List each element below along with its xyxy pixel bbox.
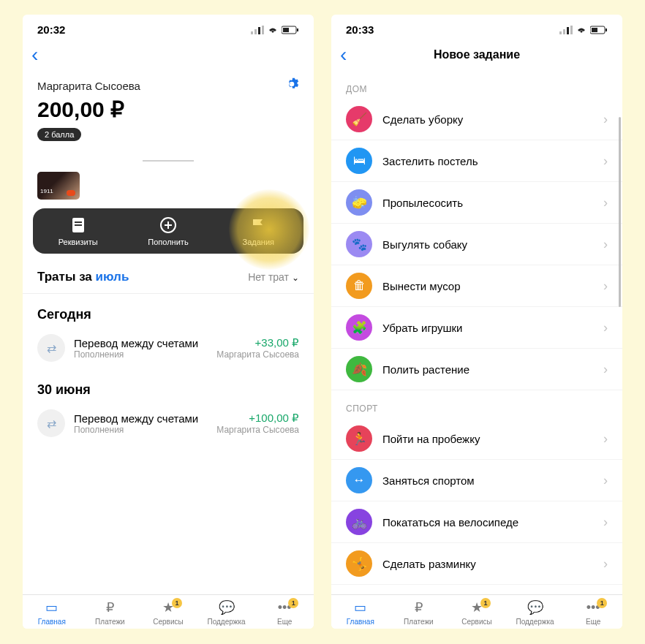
svg-rect-5 — [283, 28, 289, 32]
tasks-label: Задания — [243, 238, 274, 246]
svg-rect-17 — [606, 29, 607, 31]
task-row[interactable]: 🏃Пойти на пробежку› — [331, 418, 622, 460]
spending-label: Траты за июль — [37, 270, 129, 284]
task-icon: 🧹 — [346, 106, 372, 132]
chevron-right-icon: › — [603, 279, 608, 294]
task-row[interactable]: 🍂Полить растение› — [331, 349, 622, 390]
transaction-row[interactable]: ⇄ Перевод между счетами Пополнения +33,0… — [23, 327, 314, 369]
badge-count: 1 — [288, 598, 298, 608]
battery-icon — [590, 26, 608, 34]
plus-circle-icon — [160, 217, 176, 233]
task-row[interactable]: 🧹Сделать уборку› — [331, 99, 622, 140]
task-label: Выгулять собаку — [382, 238, 593, 251]
tab-payments[interactable]: ₽Платежи — [81, 599, 140, 626]
spending-value-wrap: Нет трат⌄ — [248, 270, 299, 284]
card-thumbnail[interactable]: 1911 — [37, 172, 80, 200]
chevron-right-icon: › — [603, 237, 608, 252]
svg-rect-2 — [258, 27, 260, 34]
tab-more[interactable]: •••1Еще — [564, 599, 622, 626]
tab-support[interactable]: 💬Поддержка — [506, 599, 565, 626]
task-row[interactable]: 🧩Убрать игрушки› — [331, 307, 622, 349]
chevron-right-icon: › — [603, 515, 608, 530]
task-label: Пойти на пробежку — [382, 433, 593, 445]
tx-category: Пополнения — [74, 425, 208, 435]
spending-row[interactable]: Траты за июль Нет трат⌄ — [23, 254, 314, 294]
svg-rect-12 — [563, 29, 565, 34]
svg-rect-13 — [567, 27, 569, 34]
task-icon: 🚲 — [346, 509, 372, 535]
task-list[interactable]: ДОМ 🧹Сделать уборку›🛏Застелить постель›🧽… — [331, 71, 622, 594]
badge-count: 1 — [597, 598, 607, 608]
card-icon: ▭ — [42, 599, 61, 615]
tab-services[interactable]: ★1Сервисы — [448, 599, 506, 626]
scrollbar[interactable] — [619, 117, 621, 307]
bottom-tabbar: ▭Главная ₽Платежи ★1Сервисы 💬Поддержка •… — [23, 594, 314, 629]
signal-icon — [251, 26, 264, 34]
pager-indicator — [143, 160, 194, 162]
task-icon: 🍂 — [346, 356, 372, 382]
chevron-right-icon: › — [603, 195, 608, 211]
svg-rect-3 — [262, 26, 264, 34]
details-button[interactable]: Реквизиты — [34, 217, 123, 246]
tx-from: Маргарита Сысоева — [216, 349, 299, 360]
wifi-icon — [576, 26, 587, 34]
tx-category: Пополнения — [74, 349, 208, 360]
tasks-button[interactable]: Задания — [214, 217, 303, 246]
task-row[interactable]: 🚲Покататься на велосипеде› — [331, 501, 622, 543]
tab-payments[interactable]: ₽Платежи — [390, 599, 448, 626]
chevron-right-icon: › — [603, 154, 608, 169]
transfer-icon: ⇄ — [37, 409, 65, 437]
transaction-row[interactable]: ⇄ Перевод между счетами Пополнения +100,… — [23, 402, 314, 444]
section-sport-label: СПОРТ — [331, 390, 622, 418]
task-label: Покататься на велосипеде — [382, 516, 593, 529]
wifi-icon — [267, 26, 279, 34]
section-today: Сегодня — [23, 294, 314, 327]
card-last4: 1911 — [40, 188, 53, 194]
chevron-right-icon: › — [603, 556, 608, 572]
ruble-icon: ₽ — [100, 599, 119, 615]
task-row[interactable]: 🗑Вынести мусор› — [331, 265, 622, 307]
task-label: Сделать разминку — [382, 558, 593, 570]
badge-count: 1 — [172, 598, 182, 608]
task-icon: ↔ — [346, 467, 372, 493]
tab-main[interactable]: ▭Главная — [23, 599, 81, 626]
section-date: 30 июня — [23, 369, 314, 402]
task-label: Застелить постель — [382, 155, 593, 167]
status-time: 20:33 — [346, 23, 374, 36]
status-time: 20:32 — [37, 23, 65, 36]
phone-main-screen: 20:32 ‹ Маргарита Сысоева 200,00 ₽ 2 бал… — [23, 15, 314, 629]
task-label: Вынести мусор — [382, 280, 593, 292]
flag-icon — [250, 217, 266, 233]
task-row[interactable]: 🐾Выгулять собаку› — [331, 224, 622, 265]
svg-rect-9 — [75, 224, 82, 226]
back-button[interactable]: ‹ — [31, 45, 38, 65]
tx-title: Перевод между счетами — [74, 337, 208, 349]
tab-more[interactable]: •••1Еще — [255, 599, 314, 626]
task-row[interactable]: ↔Заняться спортом› — [331, 460, 622, 501]
settings-button[interactable] — [284, 77, 299, 95]
task-icon: 🏃 — [346, 425, 372, 452]
section-home-label: ДОМ — [331, 71, 622, 99]
transfer-icon: ⇄ — [37, 334, 65, 362]
task-label: Полить растение — [382, 363, 593, 376]
tx-from: Маргарита Сысоева — [216, 425, 299, 435]
tab-services[interactable]: ★1Сервисы — [139, 599, 197, 626]
task-label: Убрать игрушки — [382, 322, 593, 334]
svg-rect-0 — [251, 31, 253, 34]
task-row[interactable]: 🛏Застелить постель› — [331, 140, 622, 182]
topup-button[interactable]: Пополнить — [124, 217, 213, 246]
chevron-right-icon: › — [603, 320, 608, 336]
task-row[interactable]: 🧽Пропылесосить› — [331, 182, 622, 224]
card-icon: ▭ — [351, 599, 370, 615]
task-row[interactable]: 🤸Сделать разминку› — [331, 543, 622, 585]
chat-icon: 💬 — [217, 599, 236, 615]
task-icon: 🗑 — [346, 273, 372, 299]
user-name: Маргарита Сысоева — [37, 80, 140, 92]
svg-rect-8 — [75, 221, 82, 223]
points-badge[interactable]: 2 балла — [37, 128, 81, 141]
battery-icon — [282, 26, 299, 34]
tab-main[interactable]: ▭Главная — [331, 599, 390, 626]
main-content: Маргарита Сысоева 200,00 ₽ 2 балла 1911 … — [23, 71, 314, 594]
tab-support[interactable]: 💬Поддержка — [197, 599, 256, 626]
svg-rect-1 — [254, 29, 257, 34]
